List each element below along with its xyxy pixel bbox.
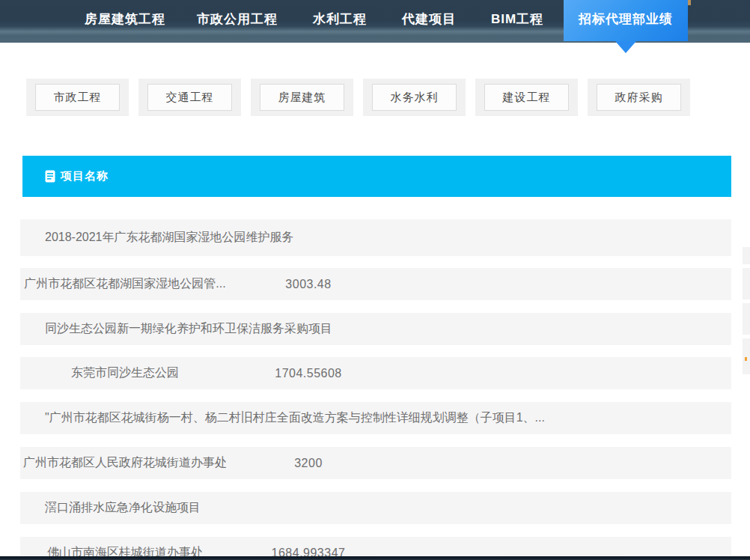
active-tab-arrow (615, 41, 636, 53)
table-row-project-name: 同沙生态公园新一期绿化养护和环卫保洁服务采购项目 (20, 313, 731, 345)
client-name-text: 广州市花都区花都湖国家湿地公园管... (20, 276, 230, 292)
table-row-project-name: 2018-2021年广东花都湖国家湿地公园维护服务 (20, 219, 731, 256)
table-row-project-name: 滘口涌排水应急净化设施项目 (20, 492, 731, 524)
amount-value: 3003.48 (230, 278, 387, 291)
project-name-text: 同沙生态公园新一期绿化养护和环卫保洁服务采购项目 (45, 321, 332, 337)
table-header-bar: 项目名称 (22, 156, 731, 197)
amount-value: 1704.55608 (230, 367, 387, 380)
table-row-client-amount: 东莞市同沙生态公园1704.55608 (20, 357, 731, 389)
filter-button-label: 市政工程 (35, 84, 120, 111)
table-row-client-amount: 广州市花都区花都湖国家湿地公园管...3003.48 (20, 268, 731, 300)
floating-sidebar-item[interactable] (743, 268, 750, 299)
nav-item-bim[interactable]: BIM工程 (491, 0, 543, 41)
filter-construction[interactable]: 建设工程 (475, 79, 578, 116)
filter-button-label: 交通工程 (147, 84, 232, 111)
footer-top-edge (0, 556, 750, 560)
nav-item-bidding-agency-active[interactable]: 招标代理部业绩 (564, 0, 688, 41)
filter-button-label: 房屋建筑 (260, 84, 344, 111)
table-row-client-amount: 广州市花都区人民政府花城街道办事处3200 (20, 447, 731, 479)
filter-button-label: 建设工程 (484, 84, 569, 111)
table-row-project-name: "广州市花都区花城街杨一村、杨二村旧村庄全面改造方案与控制性详细规划调整（子项目… (20, 402, 731, 434)
hero-banner: 房屋建筑工程 市政公用工程 水利工程 代建项目 BIM工程 招标代理部业绩 (0, 0, 750, 43)
project-name-text: 滘口涌排水应急净化设施项目 (45, 500, 201, 516)
sidebar-orange-marker (745, 357, 747, 361)
amount-value: 3200 (230, 457, 387, 470)
project-name-text: 2018-2021年广东花都湖国家湿地公园维护服务 (45, 230, 294, 246)
filter-housing[interactable]: 房屋建筑 (251, 79, 353, 116)
filter-button-label: 政府采购 (597, 84, 681, 111)
filter-water[interactable]: 水务水利 (363, 79, 466, 116)
floating-sidebar-item[interactable] (743, 303, 750, 335)
filter-traffic[interactable]: 交通工程 (138, 79, 241, 116)
client-name-text: 广州市花都区人民政府花城街道办事处 (20, 455, 230, 471)
floating-sidebar-item[interactable] (743, 338, 750, 374)
client-name-text: 东莞市同沙生态公园 (20, 365, 230, 381)
nav-item-housing-construction[interactable]: 房屋建筑工程 (85, 0, 165, 41)
filter-municipal[interactable]: 市政工程 (26, 79, 129, 116)
filter-government-procurement[interactable]: 政府采购 (588, 79, 690, 116)
table-header-title: 项目名称 (61, 169, 109, 183)
project-name-text: "广州市花都区花城街杨一村、杨二村旧村庄全面改造方案与控制性详细规划调整（子项目… (45, 410, 545, 426)
nav-item-water-conservancy[interactable]: 水利工程 (313, 0, 367, 41)
filter-button-label: 水务水利 (372, 84, 457, 111)
nav-item-municipal-public[interactable]: 市政公用工程 (197, 0, 278, 41)
floating-sidebar-item[interactable] (743, 247, 750, 264)
nav-item-agent-construction[interactable]: 代建项目 (402, 0, 456, 41)
document-icon (45, 170, 56, 183)
